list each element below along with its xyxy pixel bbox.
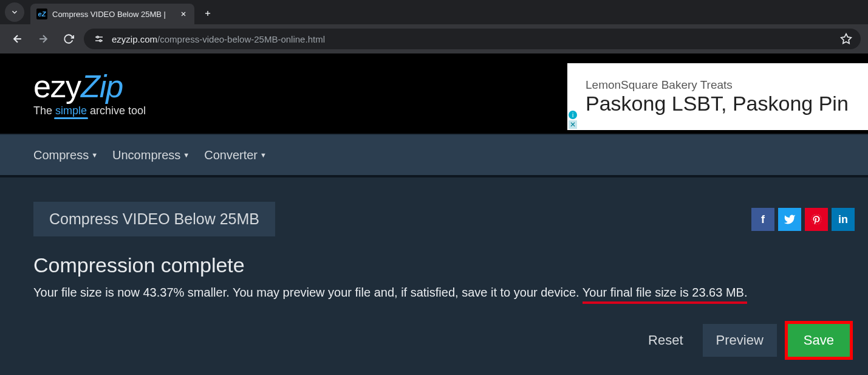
tab-title: Compress VIDEO Below 25MB |: [52, 10, 174, 19]
pinterest-icon: [810, 213, 822, 225]
action-buttons: Reset Preview Save: [33, 324, 850, 357]
address-bar[interactable]: ezyzip.com/compress-video-below-25MB-onl…: [84, 29, 861, 49]
tagline-pre: The: [33, 105, 55, 117]
url-path: /compress-video-below-25MB-online.html: [157, 34, 325, 44]
page-tab-heading: Compress VIDEO Below 25MB: [33, 202, 275, 236]
reset-button[interactable]: Reset: [640, 325, 691, 356]
result-text-highlight: Your final file size is 23.63 MB.: [583, 286, 748, 299]
close-icon: [180, 10, 187, 18]
share-facebook-button[interactable]: f: [751, 208, 774, 231]
arrow-right-icon: [37, 33, 49, 45]
tab-close-button[interactable]: [179, 9, 188, 19]
share-linkedin-button[interactable]: in: [832, 208, 855, 231]
nav-label-converter: Converter: [204, 148, 258, 162]
result-text: Your file size is now 43.37% smaller. Yo…: [33, 286, 850, 300]
url-domain: ezyzip.com: [112, 34, 157, 44]
forward-button[interactable]: [33, 29, 53, 49]
new-tab-button[interactable]: [198, 4, 217, 23]
arrow-left-icon: [12, 33, 24, 45]
browser-tab[interactable]: eZ Compress VIDEO Below 25MB |: [30, 4, 194, 24]
plus-icon: [203, 9, 212, 18]
save-button[interactable]: Save: [788, 324, 850, 357]
bookmark-button[interactable]: [840, 33, 852, 45]
page-content: ezyZip The simple archive tool LemonSqua…: [0, 53, 868, 375]
favicon-icon: eZ: [36, 9, 47, 19]
chevron-down-icon: [10, 8, 19, 16]
url-text: ezyzip.com/compress-video-below-25MB-onl…: [112, 34, 834, 44]
preview-button[interactable]: Preview: [703, 324, 777, 357]
nav-item-compress[interactable]: Compress ▼: [33, 148, 98, 162]
caret-down-icon: ▼: [260, 151, 267, 159]
tagline-post: archive tool: [87, 105, 146, 117]
nav-label-uncompress: Uncompress: [112, 148, 180, 162]
tune-icon: [94, 33, 104, 44]
share-buttons: f in: [751, 208, 855, 231]
adchoices-icon[interactable]: i: [569, 111, 577, 119]
ad-line-2: Paskong LSBT, Paskong Pin: [586, 92, 868, 115]
tab-search-button[interactable]: [5, 2, 24, 22]
ad-line-1: LemonSquare Bakery Treats: [586, 78, 868, 92]
result-text-pre: Your file size is now 43.37% smaller. Yo…: [33, 286, 583, 299]
svg-point-8: [97, 36, 98, 38]
caret-down-icon: ▼: [183, 151, 190, 159]
back-button[interactable]: [7, 29, 28, 49]
main-nav: Compress ▼ Uncompress ▼ Converter ▼: [0, 134, 868, 175]
svg-marker-10: [841, 34, 852, 44]
tagline-highlight: simple: [55, 105, 87, 117]
main-content: Compress VIDEO Below 25MB f in Compressi…: [0, 175, 868, 375]
nav-item-converter[interactable]: Converter ▼: [204, 148, 267, 162]
site-settings-button[interactable]: [92, 32, 106, 46]
ad-close-button[interactable]: ✕: [569, 120, 577, 129]
twitter-icon: [784, 213, 796, 225]
browser-tab-strip: eZ Compress VIDEO Below 25MB |: [0, 0, 868, 24]
nav-item-uncompress[interactable]: Uncompress ▼: [112, 148, 190, 162]
browser-toolbar: ezyzip.com/compress-video-below-25MB-onl…: [0, 24, 868, 53]
advertisement[interactable]: LemonSquare Bakery Treats Paskong LSBT, …: [567, 63, 868, 130]
nav-label-compress: Compress: [33, 148, 89, 162]
logo-part-ezy: ezy: [33, 69, 81, 104]
site-logo[interactable]: ezyZip The simple archive tool: [33, 71, 146, 117]
caret-down-icon: ▼: [91, 151, 98, 159]
share-twitter-button[interactable]: [778, 208, 801, 231]
reload-button[interactable]: [58, 29, 79, 49]
logo-tagline: The simple archive tool: [33, 105, 146, 117]
page-header: ezyZip The simple archive tool LemonSqua…: [0, 53, 868, 134]
result-title: Compression complete: [33, 253, 850, 277]
logo-part-zip: Zip: [81, 69, 123, 104]
star-icon: [840, 33, 852, 45]
share-pinterest-button[interactable]: [805, 208, 828, 231]
svg-point-9: [100, 40, 101, 42]
logo-text: ezyZip: [33, 71, 146, 102]
reload-icon: [63, 33, 74, 44]
